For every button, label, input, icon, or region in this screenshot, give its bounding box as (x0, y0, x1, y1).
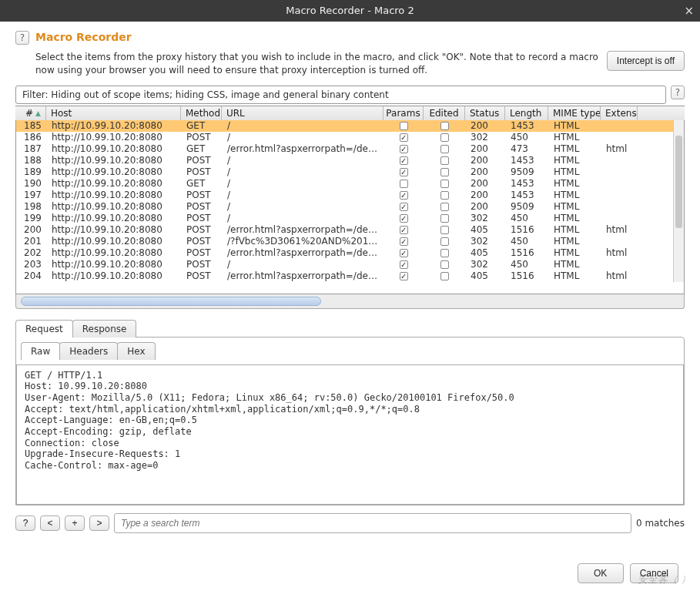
table-row[interactable]: 185http://10.99.10.20:8080GET/2001453HTM… (16, 120, 684, 132)
col-mime[interactable]: MIME type (548, 106, 601, 120)
table-row[interactable]: 199http://10.99.10.20:8080POST/302450HTM… (16, 213, 684, 224)
params-checkbox (400, 214, 408, 223)
col-url[interactable]: URL (222, 106, 383, 120)
table-row[interactable]: 204http://10.99.10.20:8080POST/error.htm… (16, 270, 684, 282)
col-host[interactable]: Host (46, 106, 181, 120)
edited-checkbox (440, 203, 449, 211)
ok-button[interactable]: OK (578, 563, 624, 583)
vertical-scrollbar[interactable] (673, 120, 684, 282)
col-length[interactable]: Length (505, 106, 548, 120)
intercept-toggle-button[interactable]: Intercept is off (607, 51, 685, 71)
params-checkbox (400, 272, 408, 280)
col-edited[interactable]: Edited (424, 106, 465, 120)
params-checkbox (400, 168, 408, 176)
edited-checkbox (440, 260, 449, 269)
help-icon[interactable]: ? (15, 31, 29, 45)
table-row[interactable]: 188http://10.99.10.20:8080POST/2001453HT… (16, 155, 684, 166)
table-row[interactable]: 198http://10.99.10.20:8080POST/2009509HT… (16, 201, 684, 213)
edited-checkbox (440, 191, 449, 200)
edited-checkbox (440, 168, 449, 176)
title-bar: Macro Recorder - Macro 2 × (0, 0, 700, 22)
edited-checkbox (440, 226, 449, 234)
edited-checkbox (440, 156, 449, 165)
edited-checkbox (440, 249, 449, 257)
params-checkbox (400, 203, 408, 211)
params-checkbox (400, 145, 408, 153)
table-header: #▲ Host Method URL Params Edited Status … (15, 106, 685, 121)
params-checkbox (400, 156, 408, 165)
raw-request-view[interactable]: GET / HTTP/1.1 Host: 10.99.10.20:8080 Us… (16, 364, 684, 505)
params-checkbox (400, 260, 408, 269)
table-row[interactable]: 190http://10.99.10.20:8080GET/2001453HTM… (16, 178, 684, 190)
params-checkbox (400, 122, 408, 130)
params-checkbox (400, 191, 408, 200)
close-icon[interactable]: × (684, 0, 694, 22)
edited-checkbox (440, 145, 449, 153)
params-checkbox (400, 237, 408, 246)
search-prev-button[interactable]: < (40, 515, 60, 531)
sort-asc-icon: ▲ (35, 109, 41, 117)
params-checkbox (400, 133, 408, 142)
table-row[interactable]: 201http://10.99.10.20:8080POST/?fVbc%3D3… (16, 236, 684, 247)
params-checkbox (400, 249, 408, 257)
filter-help-icon[interactable]: ? (671, 86, 685, 99)
tab-response[interactable]: Response (72, 320, 137, 337)
search-help-button[interactable]: ? (15, 515, 35, 531)
col-number[interactable]: #▲ (15, 106, 46, 120)
table-row[interactable]: 203http://10.99.10.20:8080POST/302450HTM… (16, 259, 684, 270)
subtab-headers[interactable]: Headers (59, 342, 118, 360)
edited-checkbox (440, 122, 449, 130)
col-params[interactable]: Params (383, 106, 424, 120)
edited-checkbox (440, 133, 449, 142)
col-method[interactable]: Method (181, 106, 222, 120)
edited-checkbox (440, 214, 449, 223)
table-row[interactable]: 189http://10.99.10.20:8080POST/2009509HT… (16, 166, 684, 178)
window-title: Macro Recorder - Macro 2 (286, 5, 414, 16)
search-next-button[interactable]: > (89, 515, 109, 531)
proxy-history-table[interactable]: 185http://10.99.10.20:8080GET/2001453HTM… (15, 120, 685, 294)
edited-checkbox (440, 180, 449, 188)
edited-checkbox (440, 237, 449, 246)
table-row[interactable]: 197http://10.99.10.20:8080POST/2001453HT… (16, 190, 684, 201)
col-status[interactable]: Status (465, 106, 505, 120)
table-row[interactable]: 186http://10.99.10.20:8080POST/302450HTM… (16, 132, 684, 143)
cancel-button[interactable]: Cancel (630, 563, 678, 583)
description-text: Select the items from the proxy history … (35, 51, 599, 78)
subtab-raw[interactable]: Raw (21, 342, 60, 360)
search-add-button[interactable]: + (65, 515, 85, 531)
params-checkbox (400, 226, 408, 234)
params-checkbox (400, 180, 408, 188)
table-row[interactable]: 200http://10.99.10.20:8080POST/error.htm… (16, 224, 684, 236)
horizontal-scrollbar[interactable] (15, 294, 685, 309)
table-row[interactable]: 202http://10.99.10.20:8080POST/error.htm… (16, 247, 684, 259)
table-row[interactable]: 187http://10.99.10.20:8080GET/error.html… (16, 143, 684, 155)
subtab-hex[interactable]: Hex (117, 342, 155, 360)
filter-bar[interactable]: Filter: Hiding out of scope items; hidin… (15, 86, 666, 104)
tab-request[interactable]: Request (15, 320, 73, 337)
search-matches-count: 0 matches (636, 518, 685, 529)
page-title: Macro Recorder (35, 31, 132, 43)
edited-checkbox (440, 272, 449, 280)
col-ext[interactable]: Extens (601, 106, 638, 120)
search-input[interactable] (114, 513, 631, 533)
